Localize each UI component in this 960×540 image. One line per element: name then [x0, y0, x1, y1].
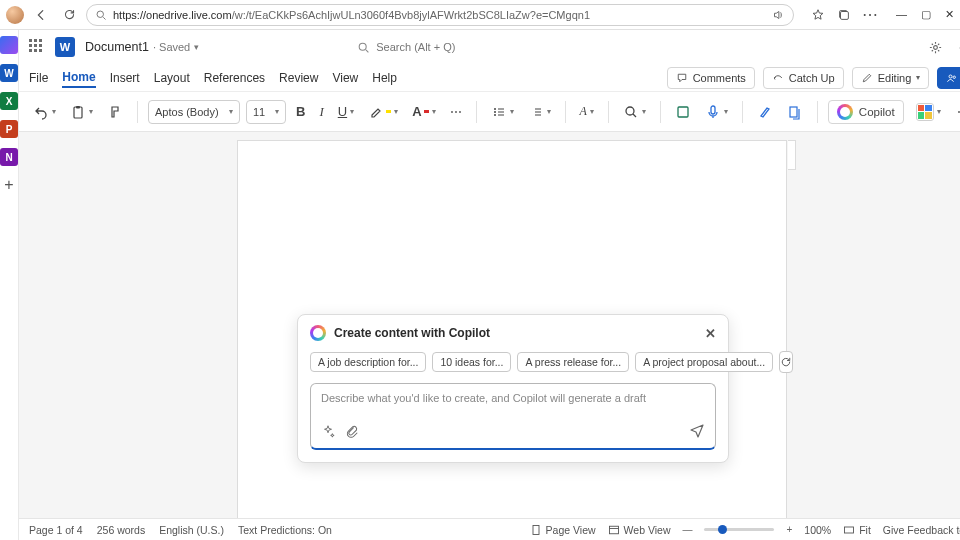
zoom-in-button[interactable]: +	[786, 524, 792, 535]
ruler-icon	[788, 140, 796, 170]
url-text: https://onedrive.live.com/w:/t/EaCKkPs6A…	[113, 9, 765, 21]
copilot-button[interactable]: Copilot	[828, 100, 904, 124]
address-bar[interactable]: https://onedrive.live.com/w:/t/EaCKkPs6A…	[86, 4, 794, 26]
tab-layout[interactable]: Layout	[154, 69, 190, 87]
search-icon	[357, 41, 370, 54]
people-icon	[946, 72, 958, 84]
catchup-button[interactable]: Catch Up	[763, 67, 844, 89]
zoom-out-button[interactable]: —	[682, 524, 692, 535]
undo-button[interactable]: ▾	[29, 100, 60, 124]
editing-mode-button[interactable]: Editing▾	[852, 67, 930, 89]
svg-point-0	[97, 11, 103, 17]
editor-button[interactable]	[753, 100, 777, 124]
format-painter-button[interactable]	[103, 100, 127, 124]
comment-icon	[676, 72, 688, 84]
fit-button[interactable]: Fit	[843, 524, 871, 536]
rail-powerpoint-icon[interactable]: P	[0, 120, 18, 138]
tab-references[interactable]: References	[204, 69, 265, 87]
tab-home[interactable]: Home	[62, 68, 95, 88]
favorite-icon[interactable]	[810, 7, 826, 23]
ribbon-more-icon[interactable]: ⋯	[953, 100, 960, 124]
tab-file[interactable]: File	[29, 69, 48, 87]
catchup-icon	[772, 72, 784, 84]
highlight-button[interactable]: ▾	[364, 100, 402, 124]
zoom-slider[interactable]	[704, 528, 774, 531]
suggestion-chip[interactable]: 10 ideas for...	[432, 352, 511, 372]
page-view-button[interactable]: Page View	[530, 524, 596, 536]
minimize-button[interactable]: —	[896, 8, 907, 21]
paste-button[interactable]: ▾	[66, 100, 97, 124]
svg-point-10	[494, 114, 496, 116]
bullets-button[interactable]: ▾	[487, 100, 518, 124]
tab-help[interactable]: Help	[372, 69, 397, 87]
dictate-button[interactable]: ▾	[701, 100, 732, 124]
rail-add-app-icon[interactable]: +	[0, 176, 18, 194]
numbering-button[interactable]: ▾	[524, 100, 555, 124]
web-view-button[interactable]: Web View	[608, 524, 671, 536]
app-launcher-icon[interactable]	[29, 39, 45, 55]
find-button[interactable]: ▾	[619, 100, 650, 124]
rail-copilot-icon[interactable]	[0, 36, 18, 54]
word-count[interactable]: 256 words	[97, 524, 145, 536]
feedback-link[interactable]: Give Feedback to Microsoft	[883, 524, 960, 536]
svg-rect-14	[790, 107, 797, 117]
collections-icon[interactable]	[836, 7, 852, 23]
text-predictions-indicator[interactable]: Text Predictions: On	[238, 524, 332, 536]
browser-menu-icon[interactable]: ⋯	[862, 7, 878, 23]
font-size-select[interactable]: 11▾	[246, 100, 286, 124]
designer-button[interactable]	[671, 100, 695, 124]
browser-toolbar: https://onedrive.live.com/w:/t/EaCKkPs6A…	[0, 0, 960, 30]
share-button[interactable]: Share▾	[937, 67, 960, 89]
status-bar: Page 1 of 4 256 words English (U.S.) Tex…	[19, 518, 960, 540]
save-status: · Saved	[153, 41, 190, 53]
page-indicator[interactable]: Page 1 of 4	[29, 524, 83, 536]
rail-onenote-icon[interactable]: N	[0, 148, 18, 166]
document-canvas[interactable]: Create content with Copilot ✕ A job desc…	[19, 132, 960, 518]
copilot-icon	[837, 104, 853, 120]
word-icon: W	[55, 37, 75, 57]
svg-point-2	[359, 43, 366, 50]
close-window-button[interactable]: ✕	[945, 8, 954, 21]
sparkle-icon[interactable]	[321, 424, 335, 441]
send-icon[interactable]	[689, 422, 705, 442]
search-placeholder: Search (Alt + Q)	[376, 41, 455, 53]
reuse-button[interactable]	[783, 100, 807, 124]
suggestion-chip[interactable]: A job description for...	[310, 352, 426, 372]
font-name-select[interactable]: Aptos (Body)▾	[148, 100, 240, 124]
tab-view[interactable]: View	[332, 69, 358, 87]
suggestion-chip[interactable]: A project proposal about...	[635, 352, 773, 372]
profile-avatar-icon[interactable]	[6, 6, 24, 24]
rail-excel-icon[interactable]: X	[0, 92, 18, 110]
document-name[interactable]: Document1 · Saved ▾	[85, 40, 199, 54]
styles-button[interactable]: A▾	[576, 100, 598, 124]
comments-button[interactable]: Comments	[667, 67, 755, 89]
tab-review[interactable]: Review	[279, 69, 318, 87]
search-input[interactable]: Search (Alt + Q)	[349, 35, 669, 59]
copilot-compose-popup: Create content with Copilot ✕ A job desc…	[297, 314, 729, 463]
back-button[interactable]	[30, 4, 52, 26]
title-bar: W Document1 · Saved ▾ Search (Alt + Q) ⋯	[19, 30, 960, 64]
underline-button[interactable]: U▾	[334, 100, 358, 124]
svg-point-4	[949, 75, 952, 78]
svg-rect-6	[74, 107, 82, 118]
language-indicator[interactable]: English (U.S.)	[159, 524, 224, 536]
attachment-icon[interactable]	[345, 424, 359, 441]
tab-insert[interactable]: Insert	[110, 69, 140, 87]
color-theme-button[interactable]: ▾	[912, 100, 945, 124]
suggestion-chip[interactable]: A press release for...	[517, 352, 629, 372]
maximize-button[interactable]: ▢	[921, 8, 931, 21]
read-aloud-icon[interactable]	[771, 8, 785, 22]
chevron-down-icon: ▾	[194, 42, 199, 52]
settings-icon[interactable]	[927, 38, 945, 56]
refresh-suggestions-icon[interactable]	[779, 351, 793, 373]
refresh-button[interactable]	[58, 4, 80, 26]
close-icon[interactable]: ✕	[705, 326, 716, 341]
zoom-level[interactable]: 100%	[804, 524, 831, 536]
font-color-button[interactable]: A▾	[408, 100, 439, 124]
rail-word-icon[interactable]: W	[0, 64, 18, 82]
more-font-icon[interactable]: ⋯	[446, 100, 466, 124]
copilot-prompt-input[interactable]: Describe what you'd like to create, and …	[310, 383, 716, 450]
italic-button[interactable]: I	[315, 100, 327, 124]
pencil-icon	[861, 72, 873, 84]
bold-button[interactable]: B	[292, 100, 309, 124]
